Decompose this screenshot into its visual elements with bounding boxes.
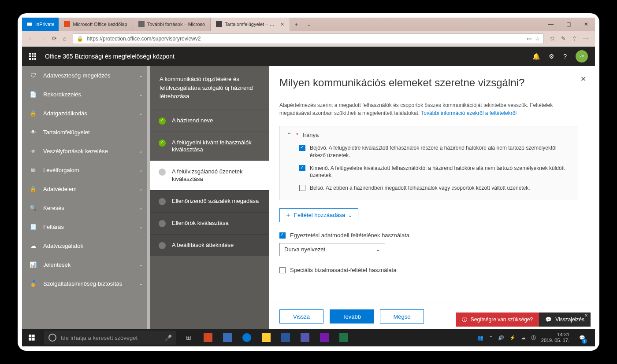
taskbar-search[interactable]: Ide írhatja a keresett szöveget 🎤: [44, 331, 176, 345]
window-minimize-button[interactable]: ―: [542, 18, 560, 31]
nav-item-supervision[interactable]: 👁Tartalomfelügyelet: [22, 123, 150, 142]
taskbar-app-powerpoint[interactable]: [198, 329, 218, 346]
more-button[interactable]: ⋯: [583, 35, 589, 42]
action-center-button[interactable]: 💬1: [575, 329, 590, 346]
taskbar-app-teams[interactable]: [295, 329, 315, 346]
close-panel-button[interactable]: ✕: [580, 75, 586, 83]
nav-item-reports[interactable]: 📊Jelentések⌄: [22, 255, 150, 274]
nav-item-threat[interactable]: ☣Veszélyforrások kezelése⌄: [22, 142, 150, 161]
nav-item-ediscovery[interactable]: 🧾Feltárás⌄: [22, 217, 150, 236]
next-button[interactable]: Tovább: [330, 309, 374, 324]
direction-inbound[interactable]: Bejövő. A felügyeletre kiválasztott felh…: [299, 142, 570, 162]
close-icon[interactable]: ✕: [280, 22, 284, 27]
cancel-button[interactable]: Mégse: [380, 309, 424, 324]
close-icon[interactable]: ✕: [583, 313, 590, 318]
section-toggle[interactable]: ⌃ * Iránya: [287, 132, 570, 138]
wizard-step-review[interactable]: A beállítások áttekintése: [150, 234, 269, 256]
favorites-button[interactable]: ✩: [550, 35, 555, 42]
wizard-step-percentage[interactable]: Ellenőrizendő százalék megadása: [150, 190, 269, 212]
network-icon[interactable]: ⚡: [509, 335, 516, 341]
window-maximize-button[interactable]: ▢: [560, 18, 577, 31]
checkbox[interactable]: [279, 267, 286, 273]
nav-item-dlp[interactable]: 🛡Adatveszteség-megelőzés⌄: [22, 66, 150, 85]
mic-icon[interactable]: 🎤: [165, 335, 172, 341]
chart-icon: 📊: [29, 261, 37, 268]
checkbox[interactable]: [279, 232, 286, 239]
model-dropdown[interactable]: Durva nyelvezet ⌄: [279, 243, 385, 256]
system-tray: 👥 ⌃ 🔊 ⚡ ☁ ⓢ 14:31 2019. 05. 17. 💬1: [472, 329, 595, 346]
refresh-button[interactable]: ⟳: [52, 35, 57, 42]
wizard-step-name[interactable]: A házirend neve: [150, 110, 269, 132]
people-icon[interactable]: 👥: [477, 335, 483, 341]
browser-tab-1[interactable]: További források – Microso: [133, 18, 211, 31]
home-button[interactable]: ⌂: [63, 35, 67, 42]
learn-more-link[interactable]: További információ ezekről a feltételekr…: [421, 110, 517, 116]
wizard-step-users[interactable]: A felügyelni kívánt felhasználók kiválas…: [150, 132, 269, 161]
suite-header: Office 365 Biztonsági és megfelelőségi k…: [22, 47, 595, 66]
volume-icon[interactable]: 🔊: [498, 335, 504, 341]
add-condition-button[interactable]: ＋ Feltétel hozzáadása ⌄: [279, 208, 358, 222]
notifications-icon[interactable]: 🔔: [532, 53, 540, 60]
page-title: Milyen kommunikációs elemeket szeretne v…: [279, 77, 577, 89]
special-condition-option[interactable]: Speciális bizalmasadat-feltétel használa…: [279, 267, 577, 273]
lock-icon: 🔒: [29, 186, 37, 192]
reading-view-icon[interactable]: ▭: [527, 36, 532, 42]
wizard-step-communications[interactable]: A felülvizsgálandó üzenetek kiválasztása: [150, 161, 269, 190]
step-pending-icon: [159, 242, 166, 249]
settings-icon[interactable]: ⚙: [549, 53, 554, 60]
skype-icon[interactable]: ⓢ: [531, 335, 536, 341]
scrollbar[interactable]: [147, 66, 150, 329]
notes-button[interactable]: ✎: [561, 35, 566, 42]
nav-item-records[interactable]: 📄Rekordkezelés⌄: [22, 85, 150, 104]
nav-item-mailflow[interactable]: ✉Levélforgalom⌄: [22, 161, 150, 180]
task-view-button[interactable]: ⊞: [179, 329, 198, 346]
share-button[interactable]: ⇪: [572, 35, 577, 42]
browser-tab-2[interactable]: Tartalomfelügyelet – Biz✕: [211, 18, 290, 31]
nav-forward-button[interactable]: →: [40, 35, 46, 42]
taskbar-app-edge[interactable]: [237, 329, 256, 346]
help-icon[interactable]: ?: [563, 53, 567, 60]
nav-item-investigations[interactable]: ☁Adatvizsgálatok: [22, 236, 150, 255]
feedback-button[interactable]: 💬Visszajelzés✕: [539, 313, 591, 327]
address-bar[interactable]: 🔒 https://protection.office.com/supervis…: [73, 33, 544, 44]
eye-icon: 👁: [29, 129, 37, 136]
new-tab-button[interactable]: ＋: [290, 18, 302, 31]
taskbar-app-explorer[interactable]: [256, 329, 276, 346]
back-button[interactable]: Vissza: [279, 309, 323, 324]
chevron-down-icon: ⌄: [139, 224, 143, 230]
taskbar-app-excel[interactable]: [334, 329, 353, 346]
nav-item-privacy[interactable]: 🔒Adatvédelem⌄: [22, 180, 150, 199]
nav-item-search[interactable]: 🔍Keresés⌄: [22, 199, 150, 217]
tray-chevron-icon[interactable]: ⌃: [489, 335, 493, 341]
browser-tab-strip: InPrivate Microsoft Office kezdőlap Tová…: [22, 18, 595, 31]
user-avatar[interactable]: [576, 50, 588, 63]
direction-outbound[interactable]: Kimenő. A felügyeletre kiválasztott felh…: [299, 162, 570, 182]
app-launcher-icon[interactable]: [29, 53, 36, 60]
nav-back-button[interactable]: ←: [28, 35, 34, 42]
use-model-option[interactable]: Egyeztetési adatmodell feltételének hasz…: [279, 232, 577, 239]
taskbar-app-store[interactable]: [218, 329, 237, 346]
taskbar-clock[interactable]: 14:31 2019. 05. 17.: [541, 332, 569, 343]
cortana-icon: [48, 334, 56, 342]
direction-internal[interactable]: Belső. Az ebben a házirendben megadott f…: [299, 182, 570, 195]
wizard-step-reviewers[interactable]: Ellenőrök kiválasztása: [150, 212, 269, 234]
headset-icon: ⓘ: [462, 316, 467, 324]
cloud-icon[interactable]: ☁: [521, 335, 526, 341]
favorite-icon[interactable]: ☆: [535, 36, 540, 42]
need-help-button[interactable]: ⓘSegítségre van szüksége?: [456, 313, 539, 327]
start-button[interactable]: [22, 329, 41, 346]
checkbox[interactable]: [299, 165, 305, 171]
svg-rect-6: [32, 335, 35, 337]
browser-tab-0[interactable]: Microsoft Office kezdőlap: [59, 18, 133, 31]
tab-chevron-icon[interactable]: ⌄: [302, 18, 315, 31]
checkbox[interactable]: [299, 185, 305, 191]
taskbar-app-onenote[interactable]: [315, 329, 334, 346]
shield-icon: 🛡: [29, 72, 37, 79]
nav-item-assurance[interactable]: 🏅Szolgáltatásminőség-biztosítás⌄: [22, 274, 150, 293]
checkbox[interactable]: [299, 145, 305, 151]
nav-item-datagov[interactable]: 🔒Adatgazdálkodás⌄: [22, 104, 150, 123]
chevron-up-icon: ⌃: [287, 132, 292, 138]
wizard-steps: A kommunikáció rögzítésére és felülvizsg…: [150, 66, 269, 329]
window-close-button[interactable]: ✕: [577, 18, 595, 31]
taskbar-app-word[interactable]: [276, 329, 295, 346]
